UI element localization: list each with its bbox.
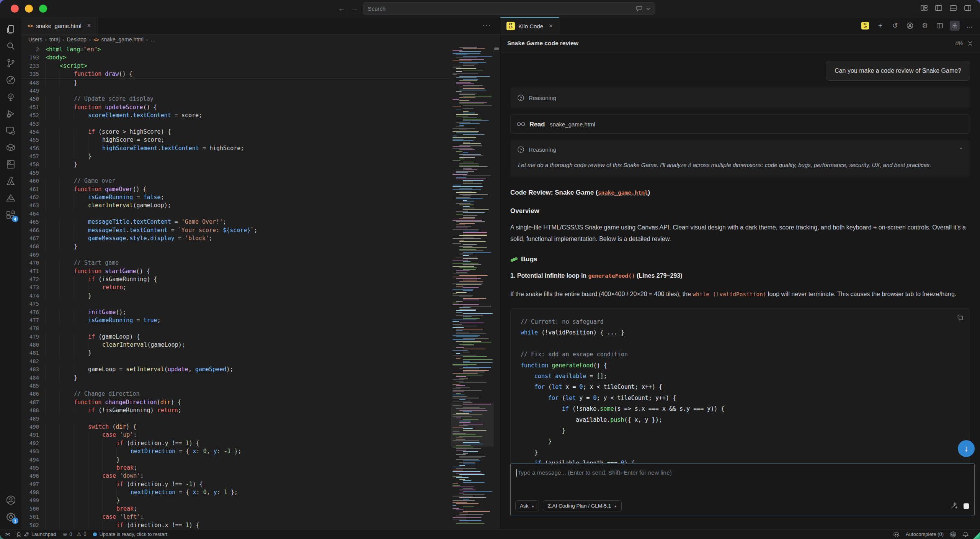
testing-tree-icon[interactable] — [2, 88, 19, 105]
chevron-up-icon[interactable]: ⌃ — [959, 147, 963, 152]
settings-gear-icon[interactable]: 1 — [2, 508, 19, 525]
new-task-icon[interactable]: + — [875, 21, 885, 31]
reasoning-icon — [517, 94, 524, 102]
tab-label: Kilo Code — [518, 23, 543, 29]
copilot-robot-icon[interactable] — [893, 531, 900, 537]
stop-button[interactable] — [964, 503, 969, 509]
storage-icon[interactable] — [2, 156, 19, 173]
command-center-search[interactable]: Search — [363, 2, 655, 15]
code-line: 458} — [21, 161, 451, 169]
copy-code-button[interactable] — [957, 314, 964, 321]
breadcrumb: Users› toraj› Desktop› <> snake_game.htm… — [21, 34, 500, 44]
code-line: 481} — [21, 349, 451, 357]
breadcrumb-item[interactable]: snake_game.html — [101, 36, 144, 43]
reasoning-card-collapsed[interactable]: Reasoning — [510, 87, 970, 108]
code-line: 454if (score > highScore) { — [21, 128, 451, 136]
read-file-card[interactable]: Read snake_game.html — [510, 115, 970, 134]
close-tab-icon[interactable]: × — [87, 22, 91, 29]
user-message-bubble[interactable]: Can you make a code review of Snake Game… — [826, 61, 970, 81]
code-line: 480clearInterval(gameLoop); — [21, 341, 451, 349]
collapse-icon[interactable] — [967, 41, 973, 46]
close-window-button[interactable] — [11, 5, 19, 13]
code-line: 469 — [21, 251, 451, 259]
code-line: 456highScoreElement.textContent = highSc… — [21, 144, 451, 152]
svg-text:42c: 42c — [951, 533, 956, 536]
code-line: 448} — [21, 79, 451, 87]
close-tab-icon[interactable]: × — [549, 22, 553, 30]
explorer-icon[interactable] — [2, 21, 19, 38]
customize-layout-icon[interactable] — [920, 4, 928, 12]
chevron-up-icon: ▲ — [614, 504, 617, 508]
code-line: 497if (direction.y !== -1) { — [21, 480, 451, 488]
code-line: 460// Game over — [21, 177, 451, 185]
triangle-grid-icon[interactable] — [2, 190, 19, 206]
problems-item[interactable]: ⊗0 ⚠0 — [63, 531, 86, 537]
code-line: 462isGameRunning = false; — [21, 193, 451, 202]
breadcrumb-item[interactable]: Users — [28, 36, 42, 43]
code-line: 490switch (dir) { — [21, 423, 451, 431]
toggle-primary-sidebar-icon[interactable] — [935, 4, 942, 12]
code-line: 461function gameOver() { — [21, 185, 451, 193]
task-header[interactable]: Snake Game code review 4% — [500, 34, 980, 52]
breadcrumb-item[interactable]: … — [150, 36, 156, 43]
task-title: Snake Game code review — [507, 40, 578, 47]
container-icon[interactable] — [2, 139, 19, 156]
breadcrumb-item[interactable]: Desktop — [67, 36, 86, 43]
debug-icon[interactable] — [2, 105, 19, 122]
errors-icon: ⊗ — [63, 531, 67, 537]
launchpad-item[interactable]: Launchpad — [16, 531, 56, 537]
kilo-mini-icon[interactable]: KILO — [860, 21, 870, 31]
update-dot-icon — [93, 532, 97, 536]
history-icon[interactable]: ↺ — [890, 21, 900, 31]
reasoning-card-expanded[interactable]: Reasoning ⌃ Let me do a thorough code re… — [510, 140, 970, 177]
zoom-window-button[interactable] — [39, 5, 47, 13]
update-ready-item[interactable]: Update is ready, click to restart. — [93, 531, 168, 537]
search-icon[interactable] — [2, 38, 19, 55]
tab-snake-game[interactable]: <> snake_game.html × — [21, 17, 98, 34]
lock-icon[interactable] — [950, 21, 960, 31]
azure-icon[interactable] — [2, 173, 19, 190]
mode-select[interactable]: Ask▲ — [515, 500, 539, 511]
file-link[interactable]: snake_game.html — [598, 190, 648, 196]
scroll-to-bottom-button[interactable]: ↓ — [958, 440, 975, 457]
remote-indicator[interactable]: >< — [5, 532, 9, 537]
toggle-panel-icon[interactable] — [949, 4, 957, 12]
42crunch-hexagon-icon[interactable]: 42c — [950, 531, 957, 538]
chat-input-box[interactable]: Ask▲ Z.AI Coding Plan / GLM-5.1▲ — [510, 463, 975, 516]
tab-kilo-code[interactable]: KILO Kilo Code × — [500, 17, 559, 34]
breadcrumb-item[interactable]: toraj — [49, 36, 60, 43]
editor-scrollbar[interactable] — [494, 44, 500, 529]
split-editor-icon[interactable] — [935, 21, 945, 31]
chevron-down-icon[interactable] — [646, 7, 650, 11]
gear-icon[interactable]: ⚙ — [920, 21, 930, 31]
message-input[interactable] — [517, 469, 970, 490]
more-actions-icon[interactable]: … — [965, 21, 975, 31]
run-circle-icon[interactable] — [2, 72, 19, 88]
model-select[interactable]: Z.AI Coding Plan / GLM-5.1▲ — [543, 500, 622, 511]
rocket-icon — [24, 532, 29, 537]
minimize-window-button[interactable] — [25, 5, 33, 13]
bell-icon[interactable] — [963, 531, 969, 537]
chat-sparkle-icon[interactable] — [636, 5, 643, 12]
code-line: 193<body> — [21, 54, 451, 62]
code-line: 474} — [21, 292, 451, 300]
remote-explorer-icon[interactable] — [2, 122, 19, 139]
enhance-prompt-wand-icon[interactable] — [950, 502, 957, 510]
forward-icon[interactable]: → — [350, 5, 359, 13]
reasoning-icon — [517, 146, 524, 153]
code-line: 465messageTitle.textContent = 'Game Over… — [21, 218, 451, 226]
code-line: 451function updateScore() { — [21, 103, 451, 111]
autocomplete-status[interactable]: Autocomplete (0) — [906, 531, 944, 537]
source-control-icon[interactable] — [2, 55, 19, 72]
account-icon[interactable] — [2, 491, 19, 508]
code-editor[interactable]: 2<html lang="en">193<body>233<script>335… — [21, 44, 500, 529]
account-icon[interactable] — [905, 21, 915, 31]
extensions-icon[interactable]: 4 — [2, 206, 19, 223]
toggle-secondary-sidebar-icon[interactable] — [964, 4, 972, 12]
back-icon[interactable]: ← — [337, 5, 346, 13]
minimap[interactable] — [451, 44, 494, 529]
html-file-icon: <> — [28, 23, 33, 29]
vscode-window: ← → Search — [0, 0, 980, 539]
code-line: 489 — [21, 415, 451, 423]
editor-actions-more-icon[interactable]: ··· — [482, 21, 492, 29]
